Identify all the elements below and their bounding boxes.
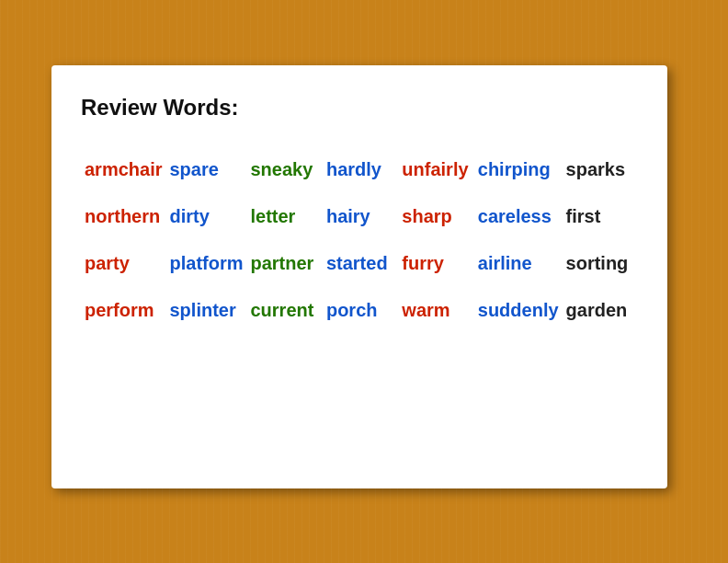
word-2-6: sorting — [563, 240, 638, 287]
word-0-6: sparks — [563, 146, 638, 193]
word-3-2: current — [247, 287, 323, 334]
word-0-5: chirping — [474, 146, 563, 193]
word-0-2: sneaky — [247, 146, 323, 193]
word-0-0: armchair — [81, 146, 166, 193]
word-1-0: northern — [81, 193, 166, 240]
word-3-1: splinter — [166, 287, 247, 334]
word-1-3: hairy — [323, 193, 398, 240]
word-2-4: furry — [398, 240, 473, 287]
word-0-1: spare — [166, 146, 247, 193]
card-title: Review Words: — [81, 95, 638, 121]
review-card: Review Words: armchairsparesneakyhardlyu… — [51, 65, 667, 488]
word-1-2: letter — [247, 193, 323, 240]
word-1-4: sharp — [398, 193, 473, 240]
word-3-0: perform — [81, 287, 166, 334]
word-2-3: started — [323, 240, 398, 287]
word-3-4: warm — [398, 287, 473, 334]
word-3-5: suddenly — [474, 287, 563, 334]
word-3-6: garden — [563, 287, 638, 334]
word-1-6: first — [563, 193, 638, 240]
word-3-3: porch — [323, 287, 398, 334]
word-2-1: platform — [166, 240, 247, 287]
word-2-2: partner — [247, 240, 323, 287]
word-1-5: careless — [474, 193, 563, 240]
words-grid: armchairsparesneakyhardlyunfairlychirpin… — [81, 146, 638, 334]
word-2-5: airline — [474, 240, 563, 287]
word-1-1: dirty — [166, 193, 247, 240]
word-0-3: hardly — [323, 146, 398, 193]
word-0-4: unfairly — [398, 146, 473, 193]
word-2-0: party — [81, 240, 166, 287]
